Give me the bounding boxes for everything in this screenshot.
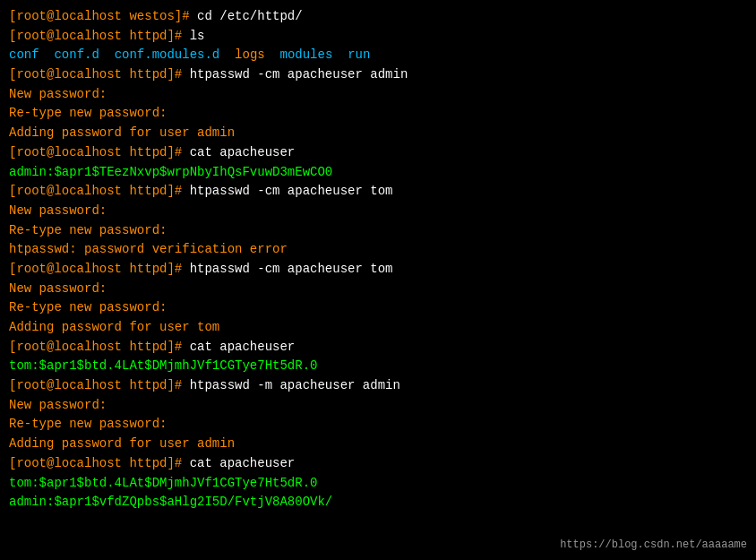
ls-item	[332, 47, 348, 62]
ls-item	[219, 47, 235, 62]
output-line: htpasswd: password verification error	[9, 240, 747, 260]
terminal-line: [root@localhost httpd]# ls	[9, 27, 747, 47]
output-line: Adding password for user admin	[9, 124, 747, 143]
ls-item: conf	[9, 47, 39, 62]
command-text: cd /etc/httpd/	[197, 9, 303, 23]
ls-item: conf.d	[54, 47, 99, 62]
ls-item	[99, 47, 115, 62]
command-text: cat apacheuser	[190, 456, 296, 470]
terminal-line: [root@localhost httpd]# cat apacheuser	[9, 338, 747, 358]
ls-item: modules	[280, 47, 333, 62]
output-line: Re-type new password:	[9, 415, 747, 435]
terminal-line: [root@localhost westos]# cd /etc/httpd/	[9, 7, 747, 27]
terminal-line: [root@localhost httpd]# htpasswd -cm apa…	[9, 260, 747, 280]
command-text: htpasswd -cm apacheuser tom	[190, 262, 393, 276]
output-line: Re-type new password:	[9, 104, 747, 124]
output-line: New password:	[9, 396, 747, 416]
hash-line: tom:$apr1$btd.4LAt$DMjmhJVf1CGTye7Ht5dR.…	[9, 357, 747, 376]
prompt-text: [root@localhost westos]#	[9, 9, 197, 23]
terminal-line: conf conf.d conf.modules.d logs modules …	[9, 46, 747, 65]
output-line: Re-type new password:	[9, 298, 747, 318]
output-line: New password:	[9, 202, 747, 221]
ls-item: logs	[235, 47, 265, 62]
hash-line: tom:$apr1$btd.4LAt$DMjmhJVf1CGTye7Ht5dR.…	[9, 474, 747, 494]
terminal-line: [root@localhost httpd]# htpasswd -cm apa…	[9, 182, 747, 202]
ls-item: conf.modules.d	[115, 47, 220, 62]
terminal-line: [root@localhost httpd]# cat apacheuser	[9, 143, 747, 163]
prompt-text: [root@localhost httpd]#	[9, 184, 190, 198]
terminal-line: [root@localhost httpd]# htpasswd -m apac…	[9, 376, 747, 396]
command-text: cat apacheuser	[190, 340, 296, 354]
watermark: https://blog.csdn.net/aaaaame	[560, 538, 747, 551]
ls-item	[39, 47, 55, 62]
command-text: ls	[190, 29, 205, 43]
command-text: cat apacheuser	[190, 145, 296, 159]
terminal: [root@localhost westos]# cd /etc/httpd/[…	[0, 0, 756, 560]
prompt-text: [root@localhost httpd]#	[9, 262, 190, 276]
prompt-text: [root@localhost httpd]#	[9, 67, 190, 82]
output-line: Re-type new password:	[9, 221, 747, 241]
output-line: New password:	[9, 85, 747, 105]
command-text: htpasswd -cm apacheuser admin	[190, 67, 408, 82]
prompt-text: [root@localhost httpd]#	[9, 145, 190, 159]
prompt-text: [root@localhost httpd]#	[9, 456, 190, 470]
output-line: New password:	[9, 280, 747, 299]
output-line: Adding password for user admin	[9, 435, 747, 454]
hash-line: admin:$apr1$TEezNxvp$wrpNbyIhQsFvuwD3mEw…	[9, 163, 747, 183]
ls-item: run	[348, 47, 370, 62]
prompt-text: [root@localhost httpd]#	[9, 378, 190, 392]
command-text: htpasswd -m apacheuser admin	[190, 378, 400, 392]
prompt-text: [root@localhost httpd]#	[9, 29, 190, 43]
ls-item	[265, 47, 280, 62]
prompt-text: [root@localhost httpd]#	[9, 340, 190, 354]
terminal-line: [root@localhost httpd]# htpasswd -cm apa…	[9, 65, 747, 85]
hash-line: admin:$apr1$vfdZQpbs$aHlg2I5D/FvtjV8A80O…	[9, 493, 747, 513]
terminal-line: [root@localhost httpd]# cat apacheuser	[9, 454, 747, 474]
output-line: Adding password for user tom	[9, 318, 747, 338]
command-text: htpasswd -cm apacheuser tom	[190, 184, 393, 198]
